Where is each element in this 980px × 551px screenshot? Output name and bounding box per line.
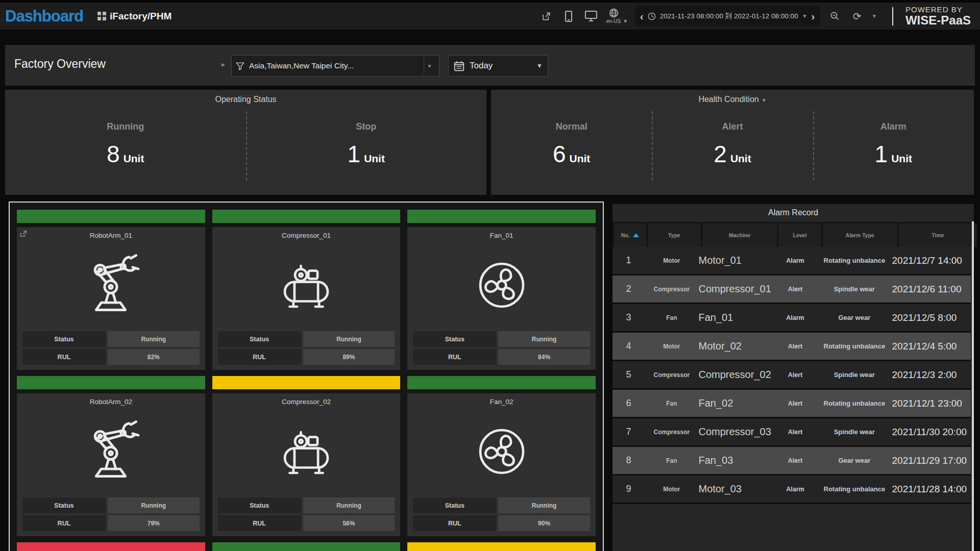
cell-level: Alert	[774, 429, 817, 436]
column-header-machine[interactable]: Machine	[702, 223, 777, 247]
status-value: Running	[108, 497, 200, 513]
language-selector[interactable]: en-US ▼	[606, 8, 628, 24]
cell-machine: Compressor_01	[698, 283, 773, 295]
refresh-icon[interactable]: ⟳	[849, 6, 865, 27]
monitor-icon[interactable]	[583, 6, 599, 27]
cell-type: Fan	[645, 400, 698, 407]
zoom-out-icon[interactable]	[827, 6, 842, 27]
language-caret-icon: ▼	[623, 18, 628, 24]
cell-time: 2021/12/4 5:00	[892, 341, 971, 352]
rul-label: RUL	[413, 349, 496, 365]
share-icon[interactable]	[538, 6, 554, 27]
column-header-level[interactable]: Level	[778, 223, 821, 247]
column-header-alarm-type[interactable]: Alarm Type	[823, 223, 897, 247]
status-value: Running	[498, 331, 590, 347]
alarm-table-row[interactable]: 3 Fan Fan_01 Alarm Gear wear 2021/12/5 8…	[612, 304, 971, 333]
rul-row: RUL 56%	[218, 515, 395, 531]
health-condition-title[interactable]: Health Condition▼	[491, 90, 974, 104]
stat-alert: Alert 2Unit	[652, 106, 813, 183]
cell-alarm-type: Rotating unbalance	[817, 399, 892, 407]
rul-label: RUL	[22, 349, 106, 365]
status-label: Status	[413, 331, 496, 347]
time-prev-icon[interactable]: ‹	[640, 11, 644, 21]
status-value: Running	[303, 331, 395, 347]
equipment-card-compressor-01: Compressor_01 Status Running	[212, 227, 401, 370]
cell-level: Alert	[774, 400, 817, 407]
alarm-table-row[interactable]: 5 Compressor Compressor_02 Alert Spindle…	[612, 361, 971, 390]
alarm-table-row[interactable]: 8 Fan Fan_03 Alert Gear wear 2021/11/29 …	[612, 447, 971, 475]
equipment-name: Fan_02	[490, 398, 513, 406]
alarm-table-row[interactable]: 9 Motor Motor_03 Alarm Rotating unbalanc…	[612, 475, 971, 504]
external-link-icon[interactable]	[19, 230, 28, 240]
rul-label: RUL	[413, 515, 496, 531]
stat-alarm: Alarm 1Unit	[813, 106, 974, 183]
cell-time: 2021/12/5 8:00	[892, 312, 971, 323]
equipment-cell: Compressor_02 Status Running	[212, 376, 401, 536]
cell-no: 8	[612, 455, 645, 466]
equipment-name: Compressor_02	[282, 398, 331, 406]
cell-level: Alert	[774, 371, 817, 379]
cell-alarm-type: Rotating unbalance	[817, 485, 892, 493]
equipment-cell: Compressor_01 Status Running	[212, 210, 401, 370]
equipment-card-compressor-02: Compressor_02 Status Running	[212, 393, 401, 536]
equipment-name: Fan_01	[490, 232, 513, 239]
status-row: Status Running	[413, 497, 590, 513]
panel-handle-icon: ▸	[222, 60, 225, 68]
cell-machine: Compressor_02	[698, 369, 773, 381]
rul-value: 90%	[498, 515, 590, 531]
location-caret-icon: ▼	[424, 56, 435, 76]
date-range-select[interactable]: Today ▼	[448, 55, 548, 77]
cell-machine: Motor_01	[698, 255, 773, 266]
alarm-record-table: No. Type Machine Level Alarm Type Time 1…	[612, 222, 971, 504]
health-condition-caret-icon: ▼	[762, 97, 767, 103]
cell-level: Alarm	[774, 314, 817, 321]
rul-row: RUL 79%	[22, 515, 200, 531]
cell-no: 5	[612, 369, 645, 380]
status-bar	[17, 542, 205, 551]
alarm-record-panel: Alarm Record No. Type Machine Level Alar…	[612, 204, 974, 551]
cell-type: Motor	[645, 486, 698, 493]
column-header-no[interactable]: No.	[614, 223, 646, 247]
mobile-icon[interactable]	[561, 6, 576, 27]
status-row: Status Running	[218, 331, 395, 347]
stat-running: Running 8Unit	[5, 106, 246, 183]
refresh-interval-caret-icon[interactable]: ▼	[872, 13, 877, 19]
dashboard-logo[interactable]: Dashboard	[5, 7, 83, 26]
stat-normal: Normal 6Unit	[491, 106, 652, 183]
equipment-card-fan-02: Fan_02 Status Running RUL 90%	[407, 393, 596, 536]
time-range-caret-icon[interactable]: ▼	[802, 13, 807, 19]
rul-row: RUL 82%	[22, 349, 200, 365]
cell-time: 2021/11/29 17:00	[892, 455, 971, 466]
equipment-name: RobotArm_02	[90, 398, 132, 406]
status-label: Status	[22, 497, 106, 513]
location-filter-value: Asia,Taiwan,New Taipei City...	[249, 61, 419, 70]
status-label: Status	[218, 497, 301, 513]
rul-row: RUL 84%	[413, 349, 590, 365]
alarm-table-row[interactable]: 7 Compressor Compressor_03 Alert Spindle…	[612, 418, 971, 447]
cell-type: Fan	[645, 457, 698, 464]
cell-time: 2021/12/6 11:00	[892, 284, 971, 295]
alarm-record-title: Alarm Record	[612, 204, 974, 222]
column-header-time[interactable]: Time	[899, 223, 977, 247]
status-bar	[407, 376, 596, 389]
alarm-table-row[interactable]: 4 Motor Motor_02 Alert Rotating unbalanc…	[612, 333, 971, 361]
column-header-type[interactable]: Type	[648, 223, 701, 247]
equipment-card-robotarm-01: RobotArm_01 Status Running	[17, 227, 205, 370]
date-range-caret-icon: ▼	[536, 62, 543, 69]
rul-value: 79%	[108, 515, 200, 531]
equipment-name: RobotArm_01	[90, 232, 132, 239]
location-filter-select[interactable]: Asia,Taiwan,New Taipei City... ▼	[231, 55, 439, 77]
cell-time: 2021/11/28 14:00	[892, 484, 971, 495]
alarm-table-row[interactable]: 2 Compressor Compressor_01 Alert Spindle…	[612, 276, 971, 304]
cell-machine: Motor_03	[698, 483, 773, 495]
scrollbar[interactable]	[972, 221, 974, 551]
alarm-table-row[interactable]: 1 Motor Motor_01 Alarm Rotating unbalanc…	[612, 247, 971, 276]
cell-level: Alarm	[774, 486, 817, 493]
time-next-icon[interactable]: ›	[811, 11, 815, 21]
time-range-text[interactable]: 2021-11-23 08:00:00 到 2022-01-12 08:00:0…	[660, 12, 798, 21]
compressor-icon	[274, 406, 338, 497]
rul-row: RUL 90%	[413, 515, 590, 531]
status-row: Status Running	[218, 497, 395, 513]
alarm-table-row[interactable]: 6 Fan Fan_02 Alert Rotating unbalance 20…	[612, 390, 971, 418]
cell-type: Compressor	[645, 429, 698, 436]
